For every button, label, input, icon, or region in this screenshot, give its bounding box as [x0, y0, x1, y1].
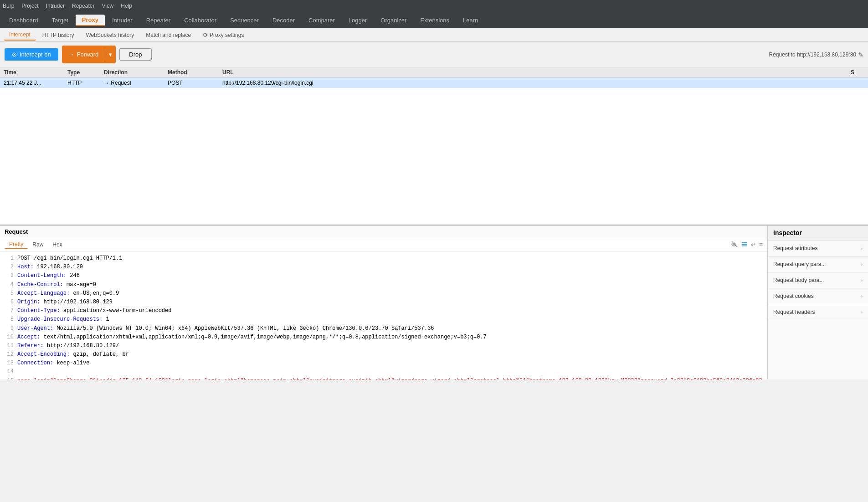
line-content: POST /cgi-bin/login.cgi HTTP/1.1	[17, 254, 763, 263]
list-icon[interactable]	[741, 241, 748, 249]
drop-button[interactable]: Drop	[119, 48, 151, 61]
line-content: Host: 192.168.80.129	[17, 263, 763, 271]
request-toolbar: ↵ ≡	[731, 241, 763, 249]
menu-project[interactable]: Project	[21, 3, 38, 9]
tab-target[interactable]: Target	[46, 15, 75, 26]
toolbar: ⊘ Intercept on → Forward ▾ Drop Request …	[0, 42, 868, 67]
inspector-pane: Inspector Request attributes › Request q…	[768, 225, 868, 379]
chevron-right-icon: ›	[861, 246, 863, 251]
line-content: Connection: keep-alive	[17, 359, 763, 368]
line-number: 14	[5, 368, 14, 376]
line-number: 11	[5, 342, 14, 350]
code-line: 15page=login&langChange=0&ipaddr=125.118…	[5, 377, 763, 379]
svg-rect-2	[742, 244, 747, 245]
table-row[interactable]: 21:17:45 22 J... HTTP → Request POST htt…	[0, 78, 868, 88]
inspector-item-request-headers[interactable]: Request headers ›	[768, 304, 868, 320]
tab-extensions[interactable]: Extensions	[414, 15, 456, 26]
line-content: Content-Type: application/x-www-form-url…	[17, 307, 763, 315]
tab-organizer[interactable]: Organizer	[374, 15, 413, 26]
req-tab-hex[interactable]: Hex	[48, 241, 67, 249]
newline-icon[interactable]: ↵	[751, 241, 756, 248]
col-direction: Direction	[104, 69, 168, 76]
req-tab-raw[interactable]: Raw	[28, 241, 48, 249]
cell-type: HTTP	[67, 80, 104, 86]
line-number: 13	[5, 359, 14, 368]
code-line: 10Accept: text/html,application/xhtml+xm…	[5, 333, 763, 342]
menu-bar: Burp Project Intruder Repeater View Help	[0, 0, 868, 12]
menu-icon[interactable]: ≡	[759, 241, 763, 248]
edit-request-icon[interactable]: ✎	[858, 51, 863, 58]
menu-help[interactable]: Help	[121, 3, 132, 9]
code-line: 12Accept-Encoding: gzip, deflate, br	[5, 350, 763, 359]
svg-rect-3	[742, 246, 747, 246]
col-type: Type	[67, 69, 104, 76]
cell-method: POST	[168, 80, 222, 86]
request-subtabs: Pretty Raw Hex ↵ ≡	[0, 238, 767, 251]
cell-url: http://192.168.80.129/cgi-bin/login.cgi	[222, 80, 851, 86]
col-method: Method	[168, 69, 222, 76]
tab-intruder[interactable]: Intruder	[106, 15, 139, 26]
inspector-item-request-query[interactable]: Request query para... ›	[768, 256, 868, 272]
menu-burp[interactable]: Burp	[3, 3, 14, 9]
inspector-item-request-attributes[interactable]: Request attributes ›	[768, 241, 868, 256]
eye-off-icon[interactable]	[731, 241, 738, 249]
code-line: 5Accept-Language: en-US,en;q=0.9	[5, 289, 763, 298]
forward-chevron-icon: ▾	[109, 51, 112, 58]
tab-proxy[interactable]: Proxy	[76, 15, 105, 26]
line-number: 7	[5, 307, 14, 315]
subtab-proxy-settings[interactable]: ⚙ Proxy settings	[197, 30, 249, 40]
subtab-intercept[interactable]: Intercept	[4, 30, 36, 41]
settings-gear-icon: ⚙	[203, 32, 208, 38]
col-time: Time	[4, 69, 67, 76]
code-line: 3Content-Length: 246	[5, 271, 763, 280]
menu-repeater[interactable]: Repeater	[72, 3, 94, 9]
tab-learn[interactable]: Learn	[457, 15, 484, 26]
line-number: 8	[5, 315, 14, 324]
line-content: Origin: http://192.168.80.129	[17, 298, 763, 307]
subtab-match-replace[interactable]: Match and replace	[140, 30, 196, 40]
code-line: 4Cache-Control: max-age=0	[5, 281, 763, 289]
line-number: 6	[5, 298, 14, 307]
tab-dashboard[interactable]: Dashboard	[3, 15, 45, 26]
tab-comparer[interactable]: Comparer	[302, 15, 341, 26]
forward-arrow-icon: →	[68, 51, 74, 58]
line-number: 9	[5, 324, 14, 333]
tab-decoder[interactable]: Decoder	[266, 15, 301, 26]
request-title: Request	[0, 225, 767, 238]
tab-logger[interactable]: Logger	[342, 15, 373, 26]
inspector-item-request-body[interactable]: Request body para... ›	[768, 272, 868, 288]
line-content: Upgrade-Insecure-Requests: 1	[17, 315, 763, 324]
code-line: 1POST /cgi-bin/login.cgi HTTP/1.1	[5, 254, 763, 263]
subtab-http-history[interactable]: HTTP history	[37, 30, 80, 40]
forward-dropdown-button[interactable]: ▾	[105, 48, 116, 61]
line-number: 5	[5, 289, 14, 298]
line-content: Accept-Encoding: gzip, deflate, br	[17, 350, 763, 359]
tab-collaborator[interactable]: Collaborator	[178, 15, 223, 26]
menu-view[interactable]: View	[102, 3, 113, 9]
chevron-right-icon: ›	[861, 294, 863, 299]
line-content: Accept-Language: en-US,en;q=0.9	[17, 289, 763, 298]
line-content: Referer: http://192.168.80.129/	[17, 342, 763, 350]
subtab-websockets-history[interactable]: WebSockets history	[81, 30, 140, 40]
sub-tabs: Intercept HTTP history WebSockets histor…	[0, 28, 868, 42]
lower-pane: Request Pretty Raw Hex	[0, 225, 868, 379]
line-number: 1	[5, 254, 14, 263]
req-tab-pretty[interactable]: Pretty	[5, 240, 28, 249]
intercept-circle-icon: ⊘	[12, 51, 17, 58]
direction-arrow-icon: →	[104, 80, 111, 86]
forward-button[interactable]: → Forward ▾	[62, 46, 116, 63]
tab-repeater[interactable]: Repeater	[140, 15, 177, 26]
code-line: 9User-Agent: Mozilla/5.0 (Windows NT 10.…	[5, 324, 763, 333]
code-line: 8Upgrade-Insecure-Requests: 1	[5, 315, 763, 324]
intercept-on-button[interactable]: ⊘ Intercept on	[5, 48, 58, 61]
line-content: Cache-Control: max-age=0	[17, 281, 763, 289]
menu-intruder[interactable]: Intruder	[46, 3, 65, 9]
forward-main[interactable]: → Forward	[62, 48, 105, 61]
col-s: S	[851, 69, 864, 76]
code-line: 2Host: 192.168.80.129	[5, 263, 763, 271]
inspector-item-request-cookies[interactable]: Request cookies ›	[768, 288, 868, 304]
tab-sequencer[interactable]: Sequencer	[224, 15, 265, 26]
inspector-title: Inspector	[768, 225, 868, 241]
chevron-right-icon: ›	[861, 310, 863, 315]
line-content	[17, 368, 763, 376]
